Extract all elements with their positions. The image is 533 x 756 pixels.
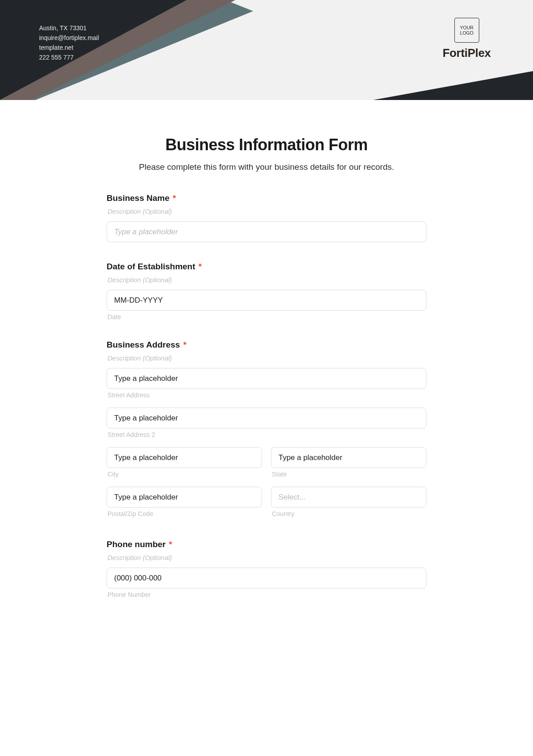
date-est-desc: Description (Optional) (107, 276, 426, 284)
business-name-label: Business Name * (107, 193, 426, 203)
address-desc: Description (Optional) (107, 354, 426, 362)
city-input[interactable] (107, 447, 262, 468)
street-address-2-sublabel: Street Address 2 (107, 431, 426, 438)
postal-sublabel: Postal/Zip Code (107, 510, 262, 517)
date-est-input[interactable] (107, 290, 426, 311)
phone-sublabel: Phone Number (107, 591, 426, 598)
phone-input[interactable] (107, 568, 426, 588)
state-sublabel: State (271, 471, 426, 478)
letterhead-banner: Austin, TX 73301 inquire@fortiplex.mail … (0, 0, 533, 100)
brand-name: FortiPlex (442, 46, 491, 60)
field-business-address: Business Address * Description (Optional… (107, 340, 426, 526)
field-date-establishment: Date of Establishment * Description (Opt… (107, 262, 426, 320)
country-sublabel: Country (271, 510, 426, 517)
business-name-input[interactable] (107, 221, 426, 242)
required-mark: * (199, 262, 202, 271)
address-label: Business Address * (107, 340, 426, 350)
phone-desc: Description (Optional) (107, 554, 426, 561)
brand-block: YOUR LOGO FortiPlex (442, 18, 491, 60)
phone-line: 222 555 777 (39, 52, 99, 62)
address-line: Austin, TX 73301 (39, 23, 99, 33)
street-address-sublabel: Street Address (107, 392, 426, 399)
city-sublabel: City (107, 471, 262, 478)
required-mark: * (173, 193, 176, 203)
date-est-sublabel: Date (107, 313, 426, 320)
phone-label: Phone number * (107, 540, 426, 549)
email-line: inquire@fortiplex.mail (39, 33, 99, 43)
svg-marker-3 (373, 71, 533, 100)
logo-placeholder: YOUR LOGO (454, 18, 479, 43)
field-business-name: Business Name * Description (Optional) (107, 193, 426, 242)
street-address-input[interactable] (107, 368, 426, 389)
street-address-2-input[interactable] (107, 408, 426, 428)
date-est-label: Date of Establishment * (107, 262, 426, 272)
business-name-desc: Description (Optional) (107, 208, 426, 215)
state-input[interactable] (271, 447, 426, 468)
postal-input[interactable] (107, 487, 262, 508)
field-phone: Phone number * Description (Optional) Ph… (107, 540, 426, 598)
form-title: Business Information Form (107, 136, 426, 154)
form-container: Business Information Form Please complet… (107, 100, 426, 598)
form-subtitle: Please complete this form with your busi… (107, 162, 426, 172)
company-contact-info: Austin, TX 73301 inquire@fortiplex.mail … (39, 23, 99, 62)
required-mark: * (169, 540, 172, 549)
country-select[interactable] (271, 487, 426, 508)
website-line: template.net (39, 43, 99, 52)
required-mark: * (183, 340, 186, 349)
